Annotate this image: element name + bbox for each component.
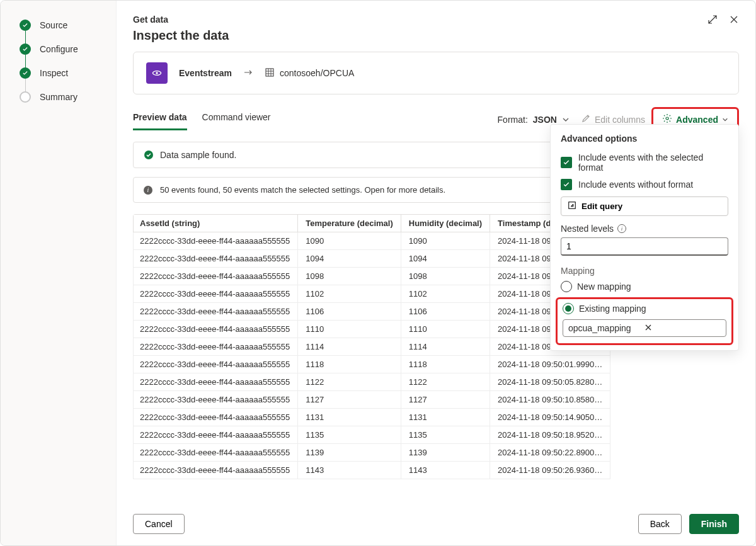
table-cell: 1122 <box>298 373 401 391</box>
table-cell: 1131 <box>401 409 490 426</box>
source-card: Eventstream contosoeh/OPCUA <box>133 52 739 94</box>
checkbox-include-selected-format[interactable]: Include events with the selected format <box>561 152 728 173</box>
table-row[interactable]: 2222cccc-33dd-eeee-ff44-aaaaaa5555551114… <box>134 338 610 356</box>
step-configure[interactable]: Configure <box>20 43 103 55</box>
page-title: Inspect the data <box>133 28 739 43</box>
checkbox-label: Include events with the selected format <box>578 152 728 173</box>
cancel-button[interactable]: Cancel <box>133 514 185 534</box>
table-cell: 1102 <box>401 285 490 303</box>
chevron-down-icon[interactable] <box>562 116 570 123</box>
svg-rect-1 <box>266 69 273 76</box>
breadcrumb: Get data <box>133 14 739 25</box>
expand-icon[interactable] <box>707 14 718 25</box>
table-cell: 1110 <box>401 321 490 338</box>
table-cell: 2024-11-18 09:50:14.9050… <box>490 409 610 426</box>
table-row[interactable]: 2222cccc-33dd-eeee-ff44-aaaaaa5555551098… <box>134 268 610 285</box>
nested-levels-input[interactable] <box>561 237 728 256</box>
check-icon <box>20 67 31 79</box>
edit-columns-label: Edit columns <box>595 115 645 125</box>
table-cell: 2222cccc-33dd-eeee-ff44-aaaaaa555555 <box>134 303 298 321</box>
table-cell: 1106 <box>298 303 401 321</box>
checkbox-include-without-format[interactable]: Include events without format <box>561 179 728 190</box>
check-icon <box>20 20 31 31</box>
column-header[interactable]: Humidity (decimal) <box>401 215 490 232</box>
table-cell: 2222cccc-33dd-eeee-ff44-aaaaaa555555 <box>134 444 298 462</box>
table-cell: 2024-11-18 09:50:26.9360… <box>490 462 610 479</box>
table-row[interactable]: 2222cccc-33dd-eeee-ff44-aaaaaa5555551090… <box>134 232 610 250</box>
check-icon <box>20 43 31 55</box>
back-button[interactable]: Back <box>638 514 682 534</box>
radio-unchecked-icon <box>561 281 572 292</box>
table-icon <box>265 67 275 79</box>
table-cell: 1114 <box>298 338 401 356</box>
arrow-right-icon <box>243 67 253 79</box>
advanced-options-panel: Advanced options Include events with the… <box>550 124 739 351</box>
table-row[interactable]: 2222cccc-33dd-eeee-ff44-aaaaaa5555551135… <box>134 426 610 444</box>
events-info-text: 50 events found, 50 events match the sel… <box>160 185 445 195</box>
table-cell: 1106 <box>401 303 490 321</box>
checkbox-checked-icon <box>561 157 572 168</box>
preview-table: AssetId (string)Temperature (decimal)Hum… <box>133 214 610 479</box>
checkbox-label: Include events without format <box>578 179 693 190</box>
existing-mapping-input[interactable]: opcua_mapping <box>563 319 726 337</box>
table-cell: 2222cccc-33dd-eeee-ff44-aaaaaa555555 <box>134 409 298 426</box>
table-cell: 1110 <box>298 321 401 338</box>
chevron-down-icon <box>722 117 728 123</box>
step-label: Configure <box>40 44 78 54</box>
nested-levels-label: Nested levels <box>561 224 614 234</box>
table-cell: 2222cccc-33dd-eeee-ff44-aaaaaa555555 <box>134 356 298 373</box>
table-row[interactable]: 2222cccc-33dd-eeee-ff44-aaaaaa5555551102… <box>134 285 610 303</box>
column-header[interactable]: AssetId (string) <box>134 215 298 232</box>
step-label: Inspect <box>40 68 68 78</box>
column-header[interactable]: Temperature (decimal) <box>298 215 401 232</box>
checkbox-checked-icon <box>561 179 572 190</box>
table-cell: 2222cccc-33dd-eeee-ff44-aaaaaa555555 <box>134 373 298 391</box>
table-row[interactable]: 2222cccc-33dd-eeee-ff44-aaaaaa5555551139… <box>134 444 610 462</box>
mapping-section-label: Mapping <box>561 266 728 276</box>
source-name: Eventstream <box>179 68 232 78</box>
table-cell: 2222cccc-33dd-eeee-ff44-aaaaaa555555 <box>134 426 298 444</box>
table-cell: 2024-11-18 09:50:10.8580… <box>490 391 610 409</box>
table-row[interactable]: 2222cccc-33dd-eeee-ff44-aaaaaa5555551122… <box>134 373 610 391</box>
svg-point-2 <box>666 117 668 120</box>
radio-new-mapping[interactable]: New mapping <box>561 281 728 292</box>
close-icon[interactable] <box>729 14 739 25</box>
tab-command-viewer[interactable]: Command viewer <box>202 108 271 130</box>
table-row[interactable]: 2222cccc-33dd-eeee-ff44-aaaaaa5555551094… <box>134 250 610 268</box>
step-summary[interactable]: Summary <box>20 91 103 103</box>
radio-existing-mapping[interactable]: Existing mapping <box>563 303 726 314</box>
table-cell: 1090 <box>298 232 401 250</box>
table-cell: 2222cccc-33dd-eeee-ff44-aaaaaa555555 <box>134 250 298 268</box>
table-cell: 1122 <box>401 373 490 391</box>
table-row[interactable]: 2222cccc-33dd-eeee-ff44-aaaaaa5555551143… <box>134 462 610 479</box>
format-label: Format: <box>498 115 528 125</box>
table-cell: 2222cccc-33dd-eeee-ff44-aaaaaa555555 <box>134 338 298 356</box>
table-cell: 1127 <box>401 391 490 409</box>
step-inspect[interactable]: Inspect <box>20 67 103 79</box>
table-row[interactable]: 2222cccc-33dd-eeee-ff44-aaaaaa5555551110… <box>134 321 610 338</box>
table-cell: 1118 <box>298 356 401 373</box>
step-source[interactable]: Source <box>20 20 103 31</box>
table-cell: 1090 <box>401 232 490 250</box>
table-row[interactable]: 2222cccc-33dd-eeee-ff44-aaaaaa5555551131… <box>134 409 610 426</box>
info-icon[interactable]: i <box>617 224 626 233</box>
edit-query-button[interactable]: Edit query <box>561 196 728 216</box>
finish-button[interactable]: Finish <box>689 514 739 534</box>
table-cell: 1143 <box>298 462 401 479</box>
table-row[interactable]: 2222cccc-33dd-eeee-ff44-aaaaaa5555551127… <box>134 391 610 409</box>
step-label: Summary <box>40 92 77 102</box>
table-cell: 2024-11-18 09:50:22.8900… <box>490 444 610 462</box>
pending-dot-icon <box>20 91 31 103</box>
clear-icon[interactable] <box>644 323 721 333</box>
table-cell: 2024-11-18 09:50:05.8280… <box>490 373 610 391</box>
table-cell: 1139 <box>401 444 490 462</box>
edit-query-label: Edit query <box>581 202 622 211</box>
info-icon: i <box>144 186 152 195</box>
tab-preview-data[interactable]: Preview data <box>133 108 187 130</box>
table-row[interactable]: 2222cccc-33dd-eeee-ff44-aaaaaa5555551106… <box>134 303 610 321</box>
radio-checked-icon <box>563 303 574 314</box>
table-cell: 1098 <box>401 268 490 285</box>
table-cell: 2222cccc-33dd-eeee-ff44-aaaaaa555555 <box>134 285 298 303</box>
table-cell: 1114 <box>401 338 490 356</box>
table-row[interactable]: 2222cccc-33dd-eeee-ff44-aaaaaa5555551118… <box>134 356 610 373</box>
